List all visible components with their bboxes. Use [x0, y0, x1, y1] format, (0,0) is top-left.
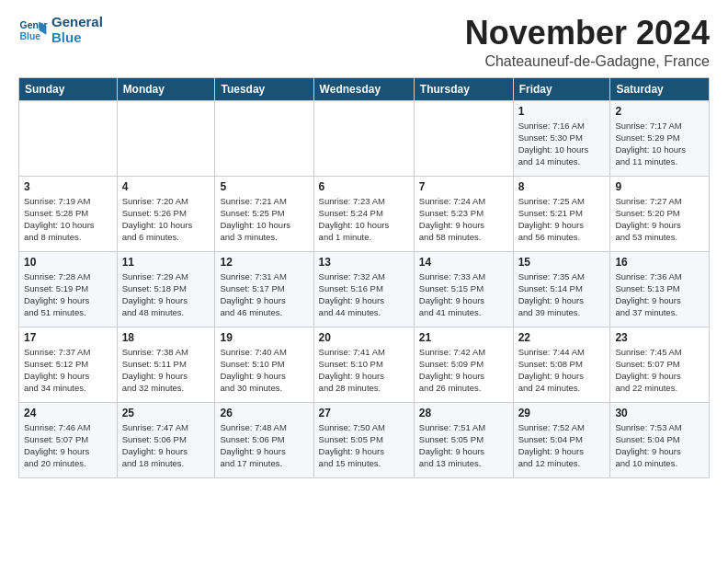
- day-number: 9: [615, 180, 704, 193]
- calendar-cell-w2d2: 12Sunrise: 7:31 AM Sunset: 5:17 PM Dayli…: [215, 251, 313, 327]
- day-info: Sunrise: 7:40 AM Sunset: 5:10 PM Dayligh…: [220, 346, 308, 395]
- calendar-cell-w2d0: 10Sunrise: 7:28 AM Sunset: 5:19 PM Dayli…: [19, 251, 118, 327]
- calendar-cell-w2d1: 11Sunrise: 7:29 AM Sunset: 5:18 PM Dayli…: [117, 251, 215, 327]
- day-number: 1: [518, 105, 606, 118]
- page: General Blue General Blue November 2024 …: [0, 0, 728, 488]
- calendar-cell-w2d3: 13Sunrise: 7:32 AM Sunset: 5:16 PM Dayli…: [313, 251, 414, 327]
- day-number: 29: [518, 407, 606, 419]
- day-info: Sunrise: 7:20 AM Sunset: 5:26 PM Dayligh…: [122, 195, 210, 244]
- day-info: Sunrise: 7:51 AM Sunset: 5:05 PM Dayligh…: [419, 421, 508, 470]
- day-info: Sunrise: 7:32 AM Sunset: 5:16 PM Dayligh…: [319, 270, 409, 319]
- calendar-cell-w0d1: [117, 100, 215, 176]
- day-info: Sunrise: 7:44 AM Sunset: 5:08 PM Dayligh…: [518, 346, 606, 395]
- day-number: 12: [220, 256, 308, 269]
- calendar-table: Sunday Monday Tuesday Wednesday Thursday…: [18, 77, 710, 478]
- col-header-wednesday: Wednesday: [313, 77, 414, 100]
- calendar-cell-w1d2: 5Sunrise: 7:21 AM Sunset: 5:25 PM Daylig…: [215, 176, 313, 251]
- day-number: 30: [615, 407, 704, 419]
- calendar-cell-w3d1: 18Sunrise: 7:38 AM Sunset: 5:11 PM Dayli…: [117, 327, 215, 402]
- day-info: Sunrise: 7:19 AM Sunset: 5:28 PM Dayligh…: [24, 195, 112, 244]
- day-info: Sunrise: 7:31 AM Sunset: 5:17 PM Dayligh…: [220, 270, 308, 319]
- header: General Blue General Blue November 2024 …: [18, 15, 710, 70]
- day-number: 15: [518, 256, 606, 269]
- logo-text-blue: Blue: [51, 30, 103, 46]
- calendar-cell-w4d0: 24Sunrise: 7:46 AM Sunset: 5:07 PM Dayli…: [19, 402, 118, 477]
- day-info: Sunrise: 7:38 AM Sunset: 5:11 PM Dayligh…: [122, 346, 210, 395]
- day-info: Sunrise: 7:41 AM Sunset: 5:10 PM Dayligh…: [319, 346, 409, 395]
- calendar-cell-w0d2: [215, 100, 313, 176]
- calendar-cell-w3d3: 20Sunrise: 7:41 AM Sunset: 5:10 PM Dayli…: [313, 327, 414, 402]
- day-info: Sunrise: 7:33 AM Sunset: 5:15 PM Dayligh…: [419, 270, 508, 319]
- calendar-cell-w3d4: 21Sunrise: 7:42 AM Sunset: 5:09 PM Dayli…: [414, 327, 513, 402]
- day-number: 23: [615, 331, 704, 344]
- day-info: Sunrise: 7:25 AM Sunset: 5:21 PM Dayligh…: [518, 195, 606, 244]
- calendar-cell-w4d6: 30Sunrise: 7:53 AM Sunset: 5:04 PM Dayli…: [610, 402, 710, 477]
- day-info: Sunrise: 7:17 AM Sunset: 5:29 PM Dayligh…: [615, 120, 704, 168]
- day-info: Sunrise: 7:46 AM Sunset: 5:07 PM Dayligh…: [24, 421, 112, 470]
- calendar-cell-w0d6: 2Sunrise: 7:17 AM Sunset: 5:29 PM Daylig…: [610, 100, 710, 176]
- calendar-header-row: Sunday Monday Tuesday Wednesday Thursday…: [19, 77, 710, 100]
- day-number: 11: [122, 256, 210, 269]
- day-number: 28: [419, 407, 508, 419]
- day-number: 5: [220, 180, 308, 193]
- day-number: 16: [615, 256, 704, 269]
- calendar-cell-w0d0: [19, 100, 118, 176]
- day-number: 20: [319, 331, 409, 344]
- day-number: 10: [24, 256, 112, 269]
- col-header-tuesday: Tuesday: [215, 77, 313, 100]
- col-header-friday: Friday: [513, 77, 610, 100]
- day-info: Sunrise: 7:23 AM Sunset: 5:24 PM Dayligh…: [319, 195, 409, 244]
- day-number: 2: [615, 105, 704, 118]
- col-header-thursday: Thursday: [414, 77, 513, 100]
- calendar-cell-w1d4: 7Sunrise: 7:24 AM Sunset: 5:23 PM Daylig…: [414, 176, 513, 251]
- calendar-week-row-2: 10Sunrise: 7:28 AM Sunset: 5:19 PM Dayli…: [19, 251, 710, 327]
- day-number: 22: [518, 331, 606, 344]
- svg-text:Blue: Blue: [20, 30, 41, 40]
- day-info: Sunrise: 7:47 AM Sunset: 5:06 PM Dayligh…: [122, 421, 210, 470]
- calendar-cell-w2d6: 16Sunrise: 7:36 AM Sunset: 5:13 PM Dayli…: [610, 251, 710, 327]
- calendar-cell-w1d0: 3Sunrise: 7:19 AM Sunset: 5:28 PM Daylig…: [19, 176, 118, 251]
- day-info: Sunrise: 7:53 AM Sunset: 5:04 PM Dayligh…: [615, 421, 704, 470]
- day-number: 6: [319, 180, 409, 193]
- title-area: November 2024 Chateauneuf-de-Gadagne, Fr…: [465, 15, 710, 70]
- calendar-cell-w4d3: 27Sunrise: 7:50 AM Sunset: 5:05 PM Dayli…: [313, 402, 414, 477]
- calendar-cell-w4d4: 28Sunrise: 7:51 AM Sunset: 5:05 PM Dayli…: [414, 402, 513, 477]
- day-info: Sunrise: 7:36 AM Sunset: 5:13 PM Dayligh…: [615, 270, 704, 319]
- calendar-cell-w0d4: [414, 100, 513, 176]
- day-number: 14: [419, 256, 508, 269]
- day-number: 21: [419, 331, 508, 344]
- calendar-cell-w1d6: 9Sunrise: 7:27 AM Sunset: 5:20 PM Daylig…: [610, 176, 710, 251]
- day-number: 24: [24, 407, 112, 419]
- day-info: Sunrise: 7:28 AM Sunset: 5:19 PM Dayligh…: [24, 270, 112, 319]
- col-header-saturday: Saturday: [610, 77, 710, 100]
- calendar-week-row-3: 17Sunrise: 7:37 AM Sunset: 5:12 PM Dayli…: [19, 327, 710, 402]
- calendar-cell-w3d6: 23Sunrise: 7:45 AM Sunset: 5:07 PM Dayli…: [610, 327, 710, 402]
- calendar-cell-w1d5: 8Sunrise: 7:25 AM Sunset: 5:21 PM Daylig…: [513, 176, 610, 251]
- calendar-cell-w2d5: 15Sunrise: 7:35 AM Sunset: 5:14 PM Dayli…: [513, 251, 610, 327]
- day-number: 3: [24, 180, 112, 193]
- day-number: 13: [319, 256, 409, 269]
- calendar-cell-w2d4: 14Sunrise: 7:33 AM Sunset: 5:15 PM Dayli…: [414, 251, 513, 327]
- calendar-cell-w1d1: 4Sunrise: 7:20 AM Sunset: 5:26 PM Daylig…: [117, 176, 215, 251]
- day-info: Sunrise: 7:48 AM Sunset: 5:06 PM Dayligh…: [220, 421, 308, 470]
- day-number: 25: [122, 407, 210, 419]
- calendar-cell-w4d1: 25Sunrise: 7:47 AM Sunset: 5:06 PM Dayli…: [117, 402, 215, 477]
- day-info: Sunrise: 7:16 AM Sunset: 5:30 PM Dayligh…: [518, 120, 606, 168]
- calendar-cell-w4d5: 29Sunrise: 7:52 AM Sunset: 5:04 PM Dayli…: [513, 402, 610, 477]
- day-number: 8: [518, 180, 606, 193]
- day-number: 18: [122, 331, 210, 344]
- calendar-week-row-1: 3Sunrise: 7:19 AM Sunset: 5:28 PM Daylig…: [19, 176, 710, 251]
- calendar-cell-w4d2: 26Sunrise: 7:48 AM Sunset: 5:06 PM Dayli…: [215, 402, 313, 477]
- day-info: Sunrise: 7:37 AM Sunset: 5:12 PM Dayligh…: [24, 346, 112, 395]
- calendar-cell-w3d2: 19Sunrise: 7:40 AM Sunset: 5:10 PM Dayli…: [215, 327, 313, 402]
- day-info: Sunrise: 7:45 AM Sunset: 5:07 PM Dayligh…: [615, 346, 704, 395]
- calendar-cell-w1d3: 6Sunrise: 7:23 AM Sunset: 5:24 PM Daylig…: [313, 176, 414, 251]
- day-info: Sunrise: 7:50 AM Sunset: 5:05 PM Dayligh…: [319, 421, 409, 470]
- calendar-cell-w3d0: 17Sunrise: 7:37 AM Sunset: 5:12 PM Dayli…: [19, 327, 118, 402]
- day-info: Sunrise: 7:42 AM Sunset: 5:09 PM Dayligh…: [419, 346, 508, 395]
- month-title: November 2024: [465, 15, 710, 52]
- col-header-monday: Monday: [117, 77, 215, 100]
- calendar-cell-w0d5: 1Sunrise: 7:16 AM Sunset: 5:30 PM Daylig…: [513, 100, 610, 176]
- day-number: 26: [220, 407, 308, 419]
- logo-icon: General Blue: [18, 16, 48, 45]
